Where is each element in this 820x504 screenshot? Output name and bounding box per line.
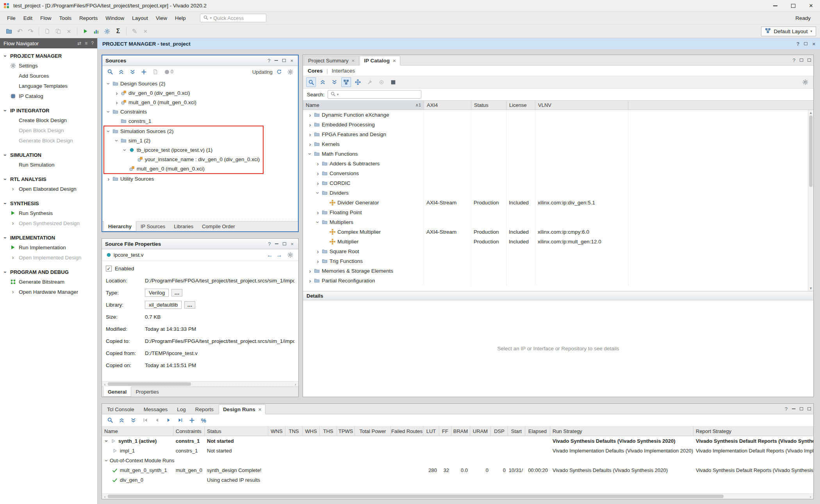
float-icon[interactable]	[800, 59, 803, 62]
ip-row[interactable]: ›MultiplierProductionIncludedxilinx.com:…	[303, 237, 808, 247]
flow-nav-item-open-block-design[interactable]: Open Block Design	[0, 125, 97, 135]
flow-nav-item-run-synthesis[interactable]: Run Synthesis	[0, 208, 97, 218]
column-header-run-strategy[interactable]: Run Strategy	[550, 426, 693, 436]
search-icon[interactable]	[105, 67, 115, 77]
flow-nav-section-implementation[interactable]: ›IMPLEMENTATION	[0, 233, 97, 242]
column-header-report-strategy[interactable]: Report Strategy	[693, 426, 813, 436]
bottom-tab-messages[interactable]: Messages	[139, 405, 172, 414]
menu-edit[interactable]: Edit	[20, 13, 36, 23]
column-header-name[interactable]: Name∧1	[303, 101, 424, 110]
chevron-collapsed-icon[interactable]: ›	[315, 258, 321, 264]
close-button[interactable]: ×	[802, 0, 820, 11]
column-header-elapsed[interactable]: Elapsed	[525, 426, 550, 436]
chevron-collapsed-icon[interactable]: ›	[307, 112, 313, 118]
ip-row[interactable]: ›Kernels	[303, 139, 808, 149]
enabled-checkbox[interactable]: ✓	[106, 266, 112, 272]
tree-row[interactable]: ›your_instance_name : div_gen_0 (div_gen…	[104, 154, 263, 164]
forward-icon[interactable]: →	[276, 252, 282, 259]
column-header-vlnv[interactable]: VLNV	[535, 101, 628, 110]
chevron-collapsed-icon[interactable]: ›	[105, 176, 112, 182]
flow-nav-item-create-block-design[interactable]: Create Block Design	[0, 115, 97, 125]
new-file-icon[interactable]	[42, 27, 52, 36]
column-header-failed-routes[interactable]: Failed Routes	[391, 426, 423, 436]
tree-row[interactable]: ›Utility Sources	[102, 174, 298, 183]
minimize-icon[interactable]	[275, 243, 278, 244]
report-icon[interactable]	[91, 27, 101, 36]
settings-gear-icon[interactable]	[800, 77, 810, 87]
edit-file-icon[interactable]	[150, 67, 160, 77]
column-header-ths[interactable]: THS	[320, 426, 337, 436]
ip-row[interactable]: ›Floating Point	[303, 208, 808, 217]
column-header-tpws[interactable]: TPWS	[337, 426, 355, 436]
editor-tab-ip-catalog[interactable]: IP Catalog×	[360, 56, 400, 66]
ip-row[interactable]: ›Complex MultiplierAXI4-StreamProduction…	[303, 227, 808, 237]
copy-icon[interactable]	[53, 27, 63, 36]
delete-icon[interactable]: ×	[64, 27, 74, 36]
run-row[interactable]: div_gen_0Using cached IP results	[102, 475, 813, 485]
float-icon[interactable]	[800, 407, 803, 410]
float-icon[interactable]	[804, 42, 808, 45]
ip-row[interactable]: ›Dynamic Function eXchange	[303, 110, 808, 120]
layout-selector[interactable]: Default Layout ▾	[761, 27, 816, 36]
column-header-lut[interactable]: LUT	[423, 426, 439, 436]
ip-row[interactable]: ›CORDIC	[303, 178, 808, 188]
column-header-start[interactable]: Start	[508, 426, 525, 436]
chevron-collapsed-icon[interactable]: ›	[315, 160, 321, 167]
ip-row[interactable]: ›Partial Reconfiguration	[303, 276, 808, 286]
tree-row[interactable]: ›Constraints	[102, 107, 298, 116]
flow-nav-item-open-synthesized-design[interactable]: ›Open Synthesized Design	[0, 218, 97, 228]
column-header-axi4[interactable]: AXI4	[424, 101, 471, 110]
flow-nav-item-open-elaborated-design[interactable]: ›Open Elaborated Design	[0, 184, 97, 194]
sum-icon[interactable]: Σ	[113, 27, 123, 36]
column-header-uram[interactable]: URAM	[470, 426, 491, 436]
open-file-icon[interactable]	[4, 27, 14, 36]
subnav-cores[interactable]: Cores	[308, 68, 323, 74]
edit-icon[interactable]: ✎	[130, 27, 139, 36]
close-icon[interactable]: ×	[812, 41, 815, 47]
scroll-right-icon[interactable]: ›	[808, 494, 813, 499]
redo-icon[interactable]: ↷	[26, 27, 36, 36]
column-header-dsp[interactable]: DSP	[491, 426, 508, 436]
tree-row[interactable]: ›tb_ipcore_test (ipcore_test.v) (1)	[104, 145, 263, 154]
scroll-left-icon[interactable]: ‹	[102, 494, 108, 499]
chevron-collapsed-icon[interactable]: ›	[307, 141, 313, 147]
maximize-icon[interactable]	[808, 407, 811, 410]
chevron-collapsed-icon[interactable]: ›	[114, 99, 120, 106]
chevron-collapsed-icon[interactable]: ›	[315, 248, 321, 255]
minimize-button[interactable]	[766, 0, 784, 11]
step-previous-icon[interactable]	[152, 415, 162, 425]
chevron-expanded-icon[interactable]: ›	[105, 128, 112, 134]
column-header-bram[interactable]: BRAM	[451, 426, 470, 436]
run-row[interactable]: impl_1constrs_1Not startedVivado Impleme…	[102, 446, 813, 456]
run-step-icon[interactable]	[164, 415, 173, 425]
run-icon[interactable]	[80, 27, 90, 36]
close-icon[interactable]: ×	[352, 58, 355, 64]
tab-properties[interactable]: Properties	[131, 387, 163, 397]
menu-tools[interactable]: Tools	[55, 13, 76, 23]
menu-reports[interactable]: Reports	[75, 13, 102, 23]
maximize-icon[interactable]	[808, 59, 811, 62]
back-icon[interactable]: ←	[267, 252, 273, 259]
column-header-license[interactable]: License	[506, 101, 535, 110]
subnav-interfaces[interactable]: Interfaces	[332, 68, 355, 74]
flow-nav-section-simulation[interactable]: ›SIMULATION	[0, 151, 97, 160]
ip-row[interactable]: ›Dividers	[303, 188, 808, 198]
flow-nav-item-open-implemented-design[interactable]: ›Open Implemented Design	[0, 252, 97, 263]
tree-row[interactable]: ›mult_gen_0 (mult_gen_0.xci)	[102, 98, 298, 107]
flow-nav-item-generate-block-design[interactable]: Generate Block Design	[0, 135, 97, 146]
minimize-icon[interactable]	[792, 408, 795, 409]
help-icon[interactable]: ?	[267, 58, 270, 64]
search-icon[interactable]	[105, 415, 115, 425]
tree-row[interactable]: ›constrs_1	[102, 116, 298, 126]
scroll-left-icon[interactable]: ‹	[102, 382, 108, 387]
help-icon[interactable]: ?	[785, 406, 788, 412]
ip-row[interactable]: ›Multipliers	[303, 217, 808, 227]
ip-row[interactable]: ›Trig Functions	[303, 256, 808, 266]
ip-row[interactable]: ›Square Root	[303, 247, 808, 256]
resource-percent-icon[interactable]: %	[199, 415, 209, 425]
chevron-expanded-icon[interactable]: ›	[103, 458, 110, 464]
column-header-tns[interactable]: TNS	[285, 426, 303, 436]
ip-row[interactable]: ›Embedded Processing	[303, 120, 808, 130]
tab-libraries[interactable]: Libraries	[169, 222, 198, 231]
flow-nav-item-language-templates[interactable]: Language Templates	[0, 81, 97, 91]
